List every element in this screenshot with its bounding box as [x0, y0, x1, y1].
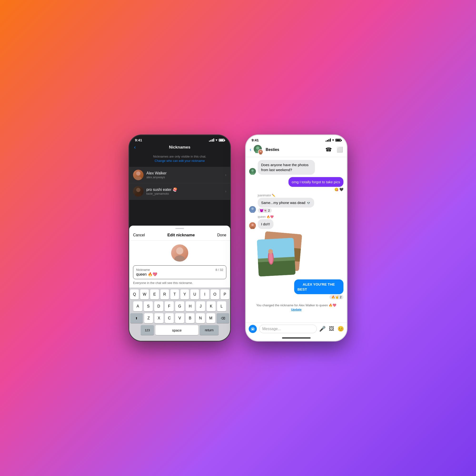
- keyboard-row-bottom: 123 space return: [130, 325, 229, 335]
- key-m[interactable]: M: [206, 313, 215, 323]
- keyboard-extras: ☺ 🎤: [130, 337, 229, 341]
- chat-avatar-secondary: [258, 149, 263, 154]
- contact-username-alex: alex.anyways: [146, 175, 222, 179]
- status-bar-left: 9:41 ▾: [129, 135, 230, 143]
- contact-list: Alex Walker alex.anyways › pro sushi eat…: [129, 167, 230, 200]
- cancel-button[interactable]: Cancel: [133, 233, 145, 237]
- nav-title-left: Nicknames: [169, 145, 190, 150]
- photo-front: [257, 238, 296, 276]
- svg-rect-29: [258, 260, 296, 276]
- status-icons-left: ▾: [209, 138, 224, 142]
- key-u[interactable]: U: [190, 289, 199, 299]
- home-bar-right: [282, 338, 311, 339]
- video-icon[interactable]: ⬜: [337, 147, 343, 153]
- header-actions: ☎ ⬜: [325, 147, 343, 153]
- nickname-input[interactable]: Nickname queen 🔥💖 8 / 32: [133, 265, 226, 279]
- svg-point-2: [136, 188, 140, 192]
- key-i[interactable]: I: [200, 289, 209, 299]
- input-actions: 🎤 🖼 😊: [319, 326, 344, 332]
- key-p[interactable]: P: [221, 289, 229, 299]
- right-phone-content: 9:41 ▾ ‹: [246, 135, 347, 341]
- contact-name-alex: Alex Walker: [146, 171, 222, 175]
- key-j[interactable]: J: [196, 301, 205, 311]
- bottom-sheet: Cancel Edit nickname Done Nickname queen…: [129, 226, 230, 341]
- svg-point-17: [251, 207, 254, 210]
- mic-input-icon[interactable]: 🎤: [319, 326, 325, 332]
- back-button-left[interactable]: ‹: [134, 144, 136, 151]
- chat-name: Besties: [266, 148, 323, 152]
- key-r[interactable]: R: [160, 289, 169, 299]
- contact-item-alex[interactable]: Alex Walker alex.anyways ›: [129, 167, 230, 183]
- svg-point-20: [251, 224, 254, 226]
- left-phone: 9:41 ▾ ‹ Nicknames Nicknames are only vi…: [129, 135, 231, 341]
- key-a[interactable]: A: [133, 301, 142, 311]
- key-w[interactable]: W: [140, 289, 149, 299]
- key-123[interactable]: 123: [141, 325, 154, 335]
- key-x[interactable]: X: [154, 313, 164, 323]
- key-backspace[interactable]: ⌫: [217, 313, 229, 323]
- key-q[interactable]: Q: [130, 289, 139, 299]
- key-g[interactable]: G: [175, 301, 184, 311]
- mic-key[interactable]: 🎤: [217, 338, 226, 341]
- key-t[interactable]: T: [170, 289, 179, 299]
- status-icons-right: ▾: [325, 138, 341, 142]
- key-d[interactable]: D: [154, 301, 163, 311]
- keyboard[interactable]: Q W E R T Y U I O P A S D F G H J K L: [129, 288, 230, 341]
- contact-name-lucie: pro sushi eater 🍣: [146, 187, 222, 192]
- reaction-bubble-5: 🔥🤘 2: [329, 295, 343, 299]
- key-n[interactable]: N: [196, 313, 205, 323]
- call-icon[interactable]: ☎: [325, 147, 332, 153]
- msg-row-4: I do!!!: [249, 219, 343, 229]
- key-v[interactable]: V: [175, 313, 184, 323]
- msg-row-1: Does anyone have the photos from last we…: [249, 160, 343, 175]
- camera-button[interactable]: [249, 325, 257, 333]
- svg-point-0: [136, 171, 140, 176]
- back-button-right[interactable]: ‹: [250, 147, 251, 153]
- time-right: 9:41: [252, 138, 259, 142]
- nickname-link[interactable]: Change who can edit your nickname: [155, 159, 205, 163]
- nickname-field-value[interactable]: queen 🔥💖: [136, 272, 223, 276]
- wifi-icon: ▾: [216, 138, 217, 142]
- key-b[interactable]: B: [186, 313, 195, 323]
- msg-bubble-5: ALEX YOU'RE THE BEST: [294, 279, 343, 294]
- key-return[interactable]: return: [200, 325, 219, 335]
- key-shift[interactable]: ⬆: [130, 313, 143, 323]
- reaction-5: 🔥🤘 2: [294, 295, 343, 299]
- sticker-input-icon[interactable]: 😊: [338, 326, 344, 332]
- emoji-key[interactable]: ☺: [133, 338, 143, 341]
- nickname-field-label: Nickname: [136, 268, 223, 272]
- time-left: 9:41: [135, 138, 142, 142]
- message-input[interactable]: Message...: [259, 325, 317, 333]
- msg-col-3: Same...my phone was dead 💀 😈👻 2: [258, 198, 314, 213]
- system-message: You changed the nickname for Alex Walker…: [249, 302, 343, 313]
- avatar-alex: [133, 170, 143, 180]
- key-o[interactable]: O: [211, 289, 219, 299]
- key-s[interactable]: S: [144, 301, 153, 311]
- msg-avatar-4: [249, 222, 256, 229]
- system-update-link[interactable]: Update: [252, 307, 341, 312]
- image-input-icon[interactable]: 🖼: [329, 326, 334, 332]
- key-c[interactable]: C: [165, 313, 174, 323]
- key-z[interactable]: Z: [144, 313, 153, 323]
- sender-label-queen: queen 🔥💖: [249, 215, 343, 219]
- key-h[interactable]: H: [186, 301, 195, 311]
- chat-avatar-group: [254, 145, 263, 154]
- done-button[interactable]: Done: [217, 233, 226, 237]
- key-k[interactable]: K: [206, 301, 216, 311]
- sheet-avatar: [171, 244, 188, 262]
- svg-point-6: [176, 247, 183, 255]
- nickname-counter: 8 / 32: [215, 268, 223, 272]
- msg-bubble-4: I do!!!: [258, 219, 273, 229]
- status-bar-right: 9:41 ▾: [246, 135, 347, 143]
- key-space[interactable]: space: [155, 325, 198, 335]
- keyboard-row-1: Q W E R T Y U I O P: [130, 289, 229, 299]
- key-e[interactable]: E: [150, 289, 159, 299]
- svg-point-1: [135, 176, 142, 180]
- key-y[interactable]: Y: [180, 289, 189, 299]
- msg-bubble-1: Does anyone have the photos from last we…: [258, 160, 315, 175]
- msg-row-3: Same...my phone was dead 💀 😈👻 2: [249, 198, 343, 213]
- key-l[interactable]: L: [217, 301, 226, 311]
- key-f[interactable]: F: [165, 301, 174, 311]
- contact-item-lucie[interactable]: pro sushi eater 🍣 lucie_yamamoto ›: [129, 183, 230, 200]
- msg-bubble-2: omg I totally forgot to take pics: [289, 177, 343, 187]
